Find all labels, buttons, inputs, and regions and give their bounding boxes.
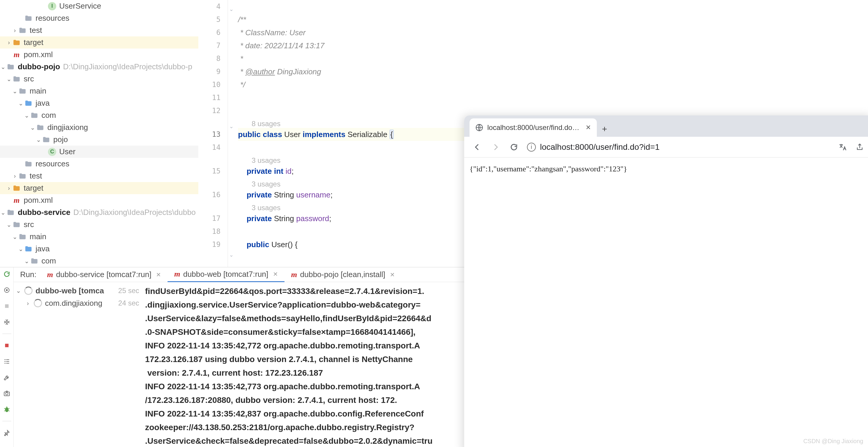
close-icon[interactable]: ✕ <box>156 271 161 278</box>
code-line[interactable]: * date: 2022/11/14 13:17 <box>238 39 868 52</box>
share-icon[interactable] <box>855 142 865 153</box>
tree-arrow-icon[interactable]: ⌄ <box>16 287 21 294</box>
tree-item[interactable]: IUserService <box>0 0 198 12</box>
tree-arrow-icon[interactable]: ⌄ <box>0 63 6 70</box>
tree-item-label: resources <box>35 159 69 168</box>
spinner-icon <box>24 287 33 295</box>
folder-icon <box>24 13 33 23</box>
tree-arrow-icon[interactable]: ⌄ <box>12 233 18 241</box>
settings-button[interactable] <box>2 318 11 326</box>
run-side-toolbar <box>0 267 13 447</box>
tree-item[interactable]: mpom.xml <box>0 49 198 61</box>
reload-button[interactable] <box>508 142 519 153</box>
tree-button[interactable] <box>2 357 11 366</box>
line-number: 14 <box>198 141 228 154</box>
tree-item-label: target <box>24 38 43 47</box>
tree-module[interactable]: ⌄dubbo-pojoD:\DingJiaxiong\IdeaProjects\… <box>0 61 198 73</box>
tree-item[interactable]: ⌄pojo <box>0 133 198 146</box>
code-line[interactable]: * ClassName: User <box>238 26 868 39</box>
tree-arrow-icon[interactable]: ⌄ <box>18 100 24 107</box>
tree-item[interactable]: resources <box>0 158 198 170</box>
tree-item[interactable]: ›test <box>0 24 198 36</box>
tree-item[interactable]: ›test <box>0 170 198 182</box>
code-line[interactable]: * <box>238 52 868 65</box>
tree-item[interactable]: mpom.xml <box>0 194 198 206</box>
run-test-tree[interactable]: ⌄dubbo-web [tomca25 sec›com.dingjiaxiong… <box>13 282 141 447</box>
browser-tab[interactable]: localhost:8000/user/find.do?id ✕ <box>469 119 597 137</box>
close-icon[interactable]: ✕ <box>390 271 395 278</box>
tree-arrow-icon[interactable]: ⌄ <box>35 136 41 143</box>
tree-item-label: UserService <box>59 1 101 11</box>
tree-arrow-icon[interactable]: ⌄ <box>6 75 12 83</box>
tree-item-label: src <box>24 220 34 229</box>
run-tree-row[interactable]: ›com.dingjiaxiong24 sec <box>16 297 139 309</box>
tree-item[interactable]: resources <box>0 12 198 24</box>
run-tab[interactable]: mdubbo-web [tomcat7:run]✕ <box>167 267 284 282</box>
folder-icon <box>18 26 27 35</box>
tree-item-label: src <box>24 74 34 84</box>
tree-item[interactable]: ⌄com <box>0 255 198 267</box>
tree-arrow-icon[interactable]: ⌄ <box>12 88 18 95</box>
line-number: 10 <box>198 78 228 91</box>
fold-strip: ⌄ ⌄ ⌄ <box>228 0 235 267</box>
code-line[interactable] <box>238 0 868 13</box>
address-bar[interactable]: i localhost:8000/user/find.do?id=1 <box>527 142 830 152</box>
code-line[interactable]: */ <box>238 78 868 91</box>
tree-item[interactable]: ⌄dingjiaxiong <box>0 121 198 133</box>
square-red-button[interactable] <box>2 341 11 350</box>
fold-icon[interactable]: ⌄ <box>229 123 234 130</box>
pin-button[interactable] <box>2 428 11 437</box>
tree-item[interactable]: ›target <box>0 182 198 194</box>
tree-arrow-icon[interactable]: › <box>12 27 18 34</box>
folder-icon <box>18 87 27 96</box>
run-tab[interactable]: mdubbo-service [tomcat7:run]✕ <box>40 267 168 282</box>
tree-item[interactable]: ›target <box>0 36 198 49</box>
attach-button[interactable] <box>2 286 11 294</box>
new-tab-button[interactable]: + <box>597 121 612 137</box>
svg-point-1 <box>6 289 8 291</box>
fold-icon[interactable]: ⌄ <box>229 6 234 12</box>
camera-button[interactable] <box>2 389 11 398</box>
tree-arrow-icon[interactable]: ⌄ <box>30 124 35 131</box>
folder-icon <box>24 99 33 108</box>
tree-arrow-icon[interactable]: ⌄ <box>18 246 24 253</box>
svg-rect-4 <box>5 344 8 347</box>
tree-item[interactable]: ⌄main <box>0 85 198 97</box>
tree-item[interactable]: ⌄src <box>0 73 198 85</box>
close-icon[interactable]: ✕ <box>273 270 278 278</box>
stop-disabled-button[interactable] <box>2 302 11 311</box>
tree-arrow-icon[interactable]: ⌄ <box>6 221 12 228</box>
back-button[interactable] <box>472 142 483 153</box>
tree-item[interactable]: ⌄java <box>0 243 198 255</box>
tree-arrow-icon[interactable]: › <box>12 172 18 180</box>
bug-green-button[interactable] <box>2 405 11 414</box>
run-tree-row[interactable]: ⌄dubbo-web [tomca25 sec <box>16 285 139 297</box>
code-line[interactable]: /** <box>238 13 868 26</box>
translate-icon[interactable] <box>837 142 848 153</box>
fold-icon[interactable]: ⌄ <box>229 252 234 258</box>
forward-button[interactable] <box>490 142 501 153</box>
tree-item[interactable]: CUser <box>0 146 198 158</box>
rerun-button[interactable] <box>2 270 11 279</box>
tree-item[interactable]: ⌄main <box>0 231 198 243</box>
tree-arrow-icon[interactable]: ⌄ <box>24 258 30 265</box>
code-line[interactable]: * @author DingJiaxiong <box>238 65 868 78</box>
tree-arrow-icon[interactable]: › <box>6 185 12 192</box>
tree-arrow-icon[interactable]: › <box>6 39 12 46</box>
tree-item[interactable]: ⌄com <box>0 109 198 121</box>
wrench-button[interactable] <box>2 373 11 382</box>
project-tree[interactable]: IUserServiceresources›test›targetmpom.xm… <box>0 0 198 267</box>
tree-arrow-icon[interactable]: › <box>25 300 31 307</box>
close-tab-icon[interactable]: ✕ <box>586 124 591 131</box>
tree-arrow-icon[interactable]: ⌄ <box>0 209 6 216</box>
site-info-icon[interactable]: i <box>527 143 536 152</box>
browser-toolbar: i localhost:8000/user/find.do?id=1 <box>464 137 868 158</box>
run-tab[interactable]: mdubbo-pojo [clean,install]✕ <box>284 267 401 282</box>
tree-item[interactable]: ⌄java <box>0 97 198 109</box>
code-line[interactable] <box>238 91 868 104</box>
tree-arrow-icon[interactable]: ⌄ <box>24 112 30 119</box>
tree-item-path: D:\DingJiaxiong\IdeaProjects\dubbo <box>73 208 196 217</box>
tree-item[interactable]: ⌄src <box>0 219 198 231</box>
tree-module[interactable]: ⌄dubbo-serviceD:\DingJiaxiong\IdeaProjec… <box>0 206 198 219</box>
folder-icon <box>12 74 21 84</box>
